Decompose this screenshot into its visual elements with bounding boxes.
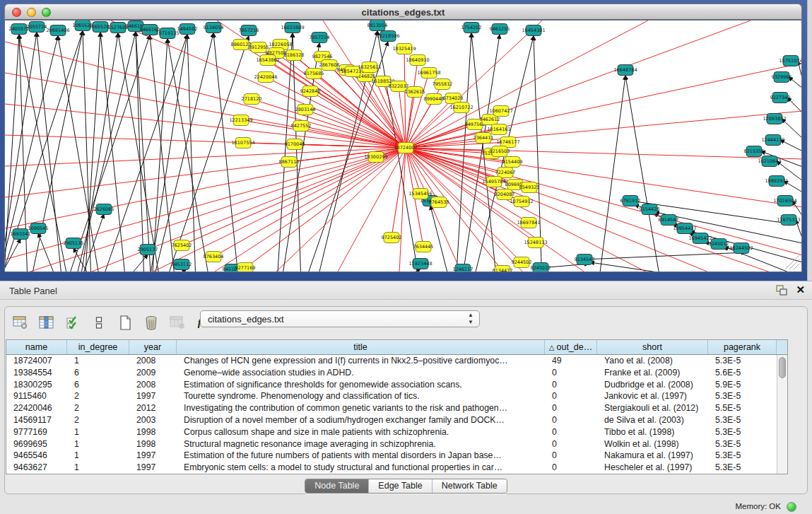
graph-node[interactable]: 8245022 xyxy=(531,263,551,273)
graph-node[interactable]: 6791912 xyxy=(620,196,641,206)
table-row[interactable]: 969969511998Structural magnetic resonanc… xyxy=(6,438,787,450)
column-header-out_de[interactable]: △out_de… xyxy=(545,340,597,354)
graph-node[interactable]: 17016504 xyxy=(773,196,796,206)
resize-grip-icon[interactable] xyxy=(789,259,799,269)
graph-node[interactable]: 2055724 xyxy=(27,22,47,33)
graph-node[interactable]: 9244502 xyxy=(512,257,532,268)
graph-node[interactable]: 8990448 xyxy=(424,94,445,105)
graph-node[interactable]: 18300295 xyxy=(364,152,387,163)
table-settings-icon[interactable] xyxy=(12,315,29,330)
table-row[interactable]: 977716911998Corpus callosum shape and si… xyxy=(6,426,787,438)
column-header-short[interactable]: short xyxy=(597,340,708,354)
graph-node[interactable]: 12093852 xyxy=(763,114,786,124)
graph-node[interactable]: 9134054 xyxy=(204,23,224,33)
graph-node[interactable]: 9461255 xyxy=(490,24,510,35)
graph-node[interactable]: 8186328 xyxy=(284,50,305,61)
graph-node[interactable]: 2905135 xyxy=(64,238,84,249)
tab-network-table[interactable]: Network Table xyxy=(433,479,507,493)
graph-node[interactable]: 19218596 xyxy=(376,31,399,42)
graph-node[interactable]: 9329966 xyxy=(772,72,792,83)
graph-node[interactable]: 9227343 xyxy=(770,93,791,103)
graph-node[interactable]: 2364411 xyxy=(473,133,494,144)
graph-node[interactable]: 18244502 xyxy=(729,243,753,254)
graph-node[interactable]: 7634445 xyxy=(413,242,434,252)
graph-node[interactable]: 2803144 xyxy=(295,105,316,115)
table-select-dropdown[interactable]: citations_edges.txt ▲▼ xyxy=(200,310,480,327)
graph-node[interactable]: 8549323 xyxy=(519,182,540,193)
close-panel-icon[interactable]: ✕ xyxy=(796,284,805,296)
column-header-pagerank[interactable]: pagerank xyxy=(708,340,777,354)
graph-node[interactable]: 8764533 xyxy=(429,197,449,208)
select-all-icon[interactable] xyxy=(64,315,81,330)
graph-node[interactable]: 9245012 xyxy=(709,239,729,250)
graph-node[interactable]: 8867110 xyxy=(279,157,300,168)
tab-edge-table[interactable]: Edge Table xyxy=(369,479,432,493)
delete-table-icon[interactable] xyxy=(143,315,160,330)
graph-node[interactable]: 20691406 xyxy=(46,25,69,36)
graph-node[interactable]: 9453112 xyxy=(172,259,192,270)
graph-node[interactable]: 16033809 xyxy=(281,23,304,33)
graph-node[interactable]: 18325419 xyxy=(392,44,416,54)
graph-node[interactable]: 16454301 xyxy=(522,25,545,36)
graph-node[interactable]: 2905137 xyxy=(138,245,158,255)
graph-node[interactable]: 18164161 xyxy=(487,124,510,135)
table-row[interactable]: 946362711997Embryonic stem cells: a mode… xyxy=(6,462,787,474)
table-row[interactable]: 946554611997Estimation of the future num… xyxy=(6,450,787,462)
graph-node[interactable]: 1246117 xyxy=(453,264,473,273)
graph-node[interactable]: 18107554 xyxy=(231,138,254,148)
graph-node[interactable]: 8215358 xyxy=(744,146,765,157)
graph-node[interactable]: 8813054 xyxy=(367,21,388,31)
table-row[interactable]: 1872400712008Changes of HCN gene express… xyxy=(6,355,787,367)
graph-node[interactable]: 9170048 xyxy=(285,139,305,150)
show-columns-icon[interactable] xyxy=(38,315,55,330)
graph-node[interactable]: 1754202 xyxy=(461,23,482,33)
graph-node[interactable]: 7857224 xyxy=(310,33,330,43)
tab-node-table[interactable]: Node Table xyxy=(305,479,369,493)
delete-column-icon[interactable] xyxy=(169,315,186,330)
graph-node[interactable]: 7625402 xyxy=(172,240,192,251)
graph-node[interactable]: 1090545 xyxy=(28,223,49,234)
graph-node[interactable]: 1693341 xyxy=(11,229,31,240)
row-height-icon[interactable] xyxy=(90,315,107,330)
citation-network-graph[interactable]: 2405572205572420691406106552810655287152… xyxy=(5,21,802,272)
graph-node[interactable]: 15248133 xyxy=(524,238,547,248)
graph-node[interactable]: 18640910 xyxy=(406,55,429,66)
graph-node[interactable]: 8216503 xyxy=(490,146,510,157)
graph-node[interactable]: 2626065 xyxy=(94,204,114,215)
graph-node[interactable]: 16648784 xyxy=(613,65,637,76)
graph-node[interactable]: 1362615 xyxy=(405,87,425,98)
graph-node[interactable]: 12444135 xyxy=(761,135,784,146)
resize-grip-icon[interactable] xyxy=(785,255,799,269)
column-header-title[interactable]: title xyxy=(177,340,545,354)
graph-node[interactable]: 22420046 xyxy=(254,72,277,83)
table-row[interactable]: 1830029562008Estimation of significance … xyxy=(6,379,787,391)
table-vertical-scrollbar[interactable] xyxy=(777,355,787,474)
graph-node[interactable]: 8175685 xyxy=(304,69,324,79)
graph-node[interactable]: 9154428 xyxy=(640,204,660,215)
graph-node[interactable]: 18697841 xyxy=(517,218,540,228)
graph-node[interactable]: 9154409 xyxy=(502,157,523,168)
graph-node[interactable]: 9725402 xyxy=(382,233,402,243)
graph-node[interactable]: 7857216 xyxy=(239,25,259,36)
graph-node[interactable]: 19892971 xyxy=(765,176,788,187)
graph-node[interactable]: 12213349 xyxy=(229,115,252,126)
graph-node[interactable]: 8427552 xyxy=(291,121,312,132)
network-canvas[interactable]: 2405572205572420691406106552810655287152… xyxy=(4,20,802,272)
graph-node[interactable]: 2718120 xyxy=(242,94,262,105)
table-row[interactable]: 2242004622012Investigating the contribut… xyxy=(6,402,787,414)
graph-node[interactable]: 6914547 xyxy=(659,215,679,226)
scrollbar-thumb[interactable] xyxy=(779,357,786,378)
graph-node[interactable]: 1494502 xyxy=(177,24,198,35)
table-row[interactable]: 1938455462009Genome–wide association stu… xyxy=(6,367,787,379)
float-window-icon[interactable] xyxy=(776,285,787,296)
network-window-titlebar[interactable]: citations_edges.txt xyxy=(4,4,802,20)
graph-node[interactable]: 8134477 xyxy=(493,266,513,273)
graph-node[interactable]: 16961758 xyxy=(417,68,440,78)
graph-node[interactable]: 8763404 xyxy=(204,252,224,262)
column-header-year[interactable]: year xyxy=(129,340,177,354)
column-header-name[interactable]: name xyxy=(6,340,67,354)
graph-node[interactable]: 7955812 xyxy=(433,79,453,90)
graph-node[interactable]: 9242848 xyxy=(300,86,321,97)
graph-node[interactable]: 11923448 xyxy=(408,259,432,269)
table-row[interactable]: 1456911722003Disruption of a novel membe… xyxy=(6,414,787,426)
